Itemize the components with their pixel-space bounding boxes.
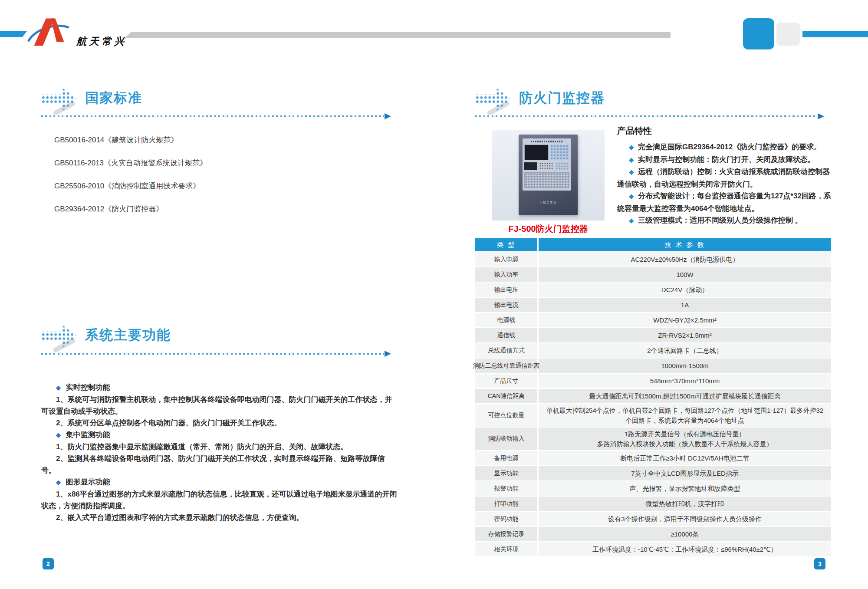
function-line: ◆2、监测其各终端设备即电动闭门器、防火门门磁开关的工作状况，实时显示终端开路、… [41,453,398,476]
standard-item: GB25506-2010《消防控制室通用技术要求》 [41,181,354,191]
device-printer [524,162,537,170]
table-cell-value: 1路无源开关量信号（或有源电压信号量） 多路消防输入模块接入功能（接入数量不大于… [539,428,831,450]
device-lcd-screen [524,145,549,160]
table-cell-type: 输入功率 [475,267,539,282]
product-caption: FJ-500防火门监控器 [492,223,605,235]
function-line: ◆2、嵌入式平台通过图表和字符的方式来显示疏散门的状态信息，方便查询。 [41,512,398,523]
table-row: 总线通信方式 2个通讯回路卡（二总线） [475,343,831,359]
standard-item: GB29364-2012《防火门监控器》 [41,204,354,214]
table-row: 消防二总线可靠通信距离 1000mm-1500m [475,359,831,374]
diamond-bullet-icon: ◆ [629,144,634,151]
diamond-bullet-icon: ◆ [56,384,61,391]
function-line: ◆实时控制功能 [41,382,398,394]
table-cell-type: 报警功能 [475,481,539,496]
table-row: 存储报警记录 ≥10000条 [475,527,831,542]
table-cell-value: 断电后正常工作≥3小时 DC12V/5AH电池二节 [539,451,831,465]
table-row: 可控点位数量 单机最大控制254个点位，单机自带2个回路卡，每回路127个点位（… [475,404,831,428]
table-cell-value: 声、光报警，显示报警地址和故障类型 [539,481,831,496]
table-cell-type: 显示功能 [475,466,539,480]
table-row: 报警功能 声、光报警，显示报警地址和故障类型 [475,481,831,497]
table-cell-type: 产品尺寸 [475,374,539,388]
section-title: 系统主要功能 [85,326,171,344]
function-line: ◆2、系统可分区单点控制各个电动闭门器、防火门门磁开关工作状态。 [41,417,398,429]
table-cell-value: ZR-RVS2×1.5mm² [539,328,831,342]
table-cell-value: AC220V±20%50Hz（消防电源供电） [539,252,831,267]
header-tab-grey [776,23,800,46]
table-header-row: 类 型 技 术 参 数 [475,238,831,252]
product-image: A航天常兴 [492,130,605,220]
device-led-field [524,172,569,188]
page-number-right: 3 [814,558,825,569]
device-title-strip [531,141,563,142]
standard-item: GB50116-2013《火灾自动报警系统设计规范》 [41,158,354,168]
table-cell-type: 消防联动输入 [475,428,539,450]
table-cell-type: 存储报警记录 [475,527,539,541]
table-body: 输入电源 AC220V±20%50Hz（消防电源供电） 输入功率 100W 输出… [475,252,831,557]
spec-table: 类 型 技 术 参 数 输入电源 AC220V±20%50Hz（消防电源供电） … [475,238,831,557]
feature-item: ◆分布式智能设计；每台监控器通信容量为127点*32回路，系统容量最大监控容量为… [617,190,835,214]
table-row: 打印功能 微型热敏打印机，汉字打印 [475,497,831,512]
table-row: 输入电源 AC220V±20%50Hz（消防电源供电） [475,252,831,267]
section-header-fire-door-monitor: 防火门监控器 [474,85,717,117]
table-cell-type: 电源线 [475,313,539,327]
table-header-type: 类 型 [475,238,539,251]
function-line: ◆集中监测功能 [41,429,398,441]
table-cell-value: DC24V（脉动） [539,283,831,297]
device-front-panel [523,138,571,191]
section-header-system-functions: 系统主要功能 [40,322,283,354]
device-keypad [539,162,554,170]
brand-logo-icon [25,16,74,48]
section-header-national-standards: 国家标准 [40,85,283,117]
device-button-grid [556,162,569,170]
table-cell-value: 2个通讯回路卡（二总线） [539,343,831,358]
table-cell-type: 输出电流 [475,298,539,312]
table-cell-type: 打印功能 [475,497,539,511]
table-row: 显示功能 7英寸全中文LCD图形显示及LED指示 [475,466,831,481]
table-row: 通信线 ZR-RVS2×1.5mm² [475,328,831,343]
diamond-bullet-icon: ◆ [629,217,634,224]
feature-item: ◆远程（消防联动）控制：火灾自动报系统或消防联动控制器通信联动，自动远程控制关闭… [617,166,835,190]
device-brand-mark: A航天常兴 [519,201,578,205]
brand-name: 航天常兴 [76,35,127,48]
table-cell-type: 通信线 [475,328,539,342]
dot-arrow-icon [474,85,517,116]
section-title: 防火门监控器 [519,89,605,107]
function-line: ◆1、系统可与消防报警主机联动，集中控制其各终端设备即电动闭门器、防火门门磁开关… [41,394,398,417]
table-row: 消防联动输入 1路无源开关量信号（或有源电压信号量） 多路消防输入模块接入功能（… [475,428,831,451]
header-accent-bar-left [0,31,27,37]
function-line: ◆1、x86平台通过图形的方式来显示疏散门的状态信息，比较直观，还可以通过电子地… [41,488,398,512]
table-row: 输出电流 1A [475,298,831,313]
table-header-params: 技 术 参 数 [539,238,831,251]
header-tab-blue [743,18,774,49]
table-cell-value: 单机最大控制254个点位，单机自带2个回路卡，每回路127个点位（地址范围1-1… [539,404,831,427]
table-cell-type: 输出电压 [475,283,539,297]
function-line: ◆图形显示功能 [41,476,398,488]
dotted-divider [41,115,384,117]
table-row: 相关环境 工作环境温度：-10℃-45℃；工作环境温度：≤96%RH(40±2℃… [475,542,831,557]
table-cell-type: 可控点位数量 [475,404,539,427]
features-heading: 产品特性 [617,125,835,137]
table-cell-value: 1A [539,298,831,312]
diamond-bullet-icon: ◆ [56,431,61,438]
standards-list: GB50016-2014《建筑设计防火规范》GB50116-2013《火灾自动报… [41,135,354,227]
table-cell-value: 1000mm-1500m [539,359,831,373]
table-cell-type: 总线通信方式 [475,343,539,358]
monitor-device: A航天常兴 [519,135,578,215]
table-cell-value: 100W [539,267,831,282]
feature-item: ◆实时显示与控制功能：防火门打开、关闭及故障状态。 [617,154,835,166]
table-cell-value: 548mm*370mm*110mm [539,374,831,388]
table-cell-value: 7英寸全中文LCD图形显示及LED指示 [539,466,831,480]
diamond-bullet-icon: ◆ [629,168,634,175]
standard-item: GB50016-2014《建筑设计防火规范》 [41,135,354,145]
dot-arrow-icon [40,322,83,353]
header-grey-bar [125,32,671,38]
dotted-divider [475,115,817,117]
diamond-bullet-icon: ◆ [629,156,634,163]
table-cell-type: CAN通信距离 [475,389,539,403]
table-cell-type: 输入电源 [475,252,539,267]
table-row: 电源线 WDZN-BYJ2×2.5mm² [475,313,831,328]
table-cell-value: WDZN-BYJ2×2.5mm² [539,313,831,327]
function-line: ◆1、防火门监控器集中显示监测疏散通道（常开、常闭）防火门的开启、关闭、故障状态… [41,441,398,453]
device-button-grid [550,145,569,160]
dotted-divider [41,353,384,355]
